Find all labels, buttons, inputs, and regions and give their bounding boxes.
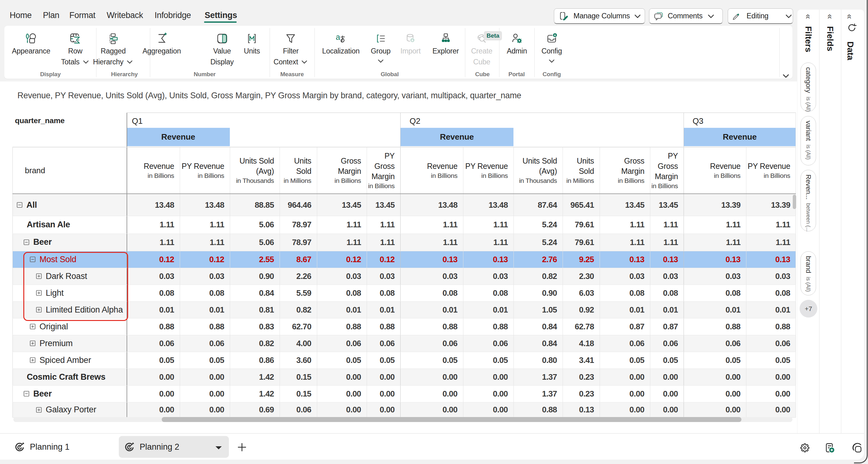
svg-text:a: a bbox=[336, 33, 340, 41]
